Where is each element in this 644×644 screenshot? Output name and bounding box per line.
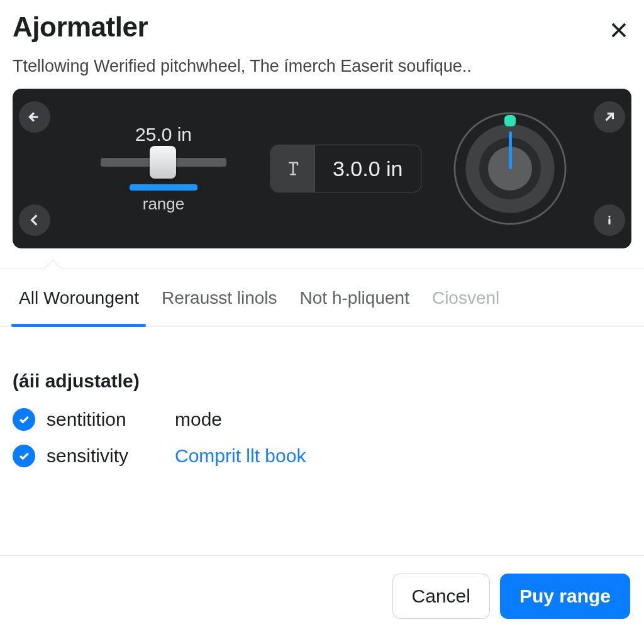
option-label: sensitivity: [47, 445, 164, 467]
prev-button[interactable]: [19, 204, 50, 236]
tab-caret-icon: [44, 260, 62, 269]
text-cursor-icon: [284, 160, 302, 177]
checkmark-icon: [18, 450, 30, 462]
arrow-left-icon: [26, 109, 43, 125]
primary-action-button[interactable]: Puy range: [500, 574, 630, 619]
tab-underline: [11, 324, 146, 327]
checkbox-sentitition[interactable]: [13, 408, 35, 431]
chevron-left-icon: [26, 212, 43, 228]
option-row-sentitition: sentitition mode: [13, 408, 631, 431]
type-icon-box: [271, 145, 315, 192]
slider-highlight: [130, 184, 197, 191]
option-value: mode: [175, 409, 222, 430]
options-heading: (áii adjustatle): [13, 370, 631, 392]
dialog-title: Ajormatler: [13, 11, 631, 43]
tab-not[interactable]: Not h-pliquent: [292, 269, 425, 326]
checkbox-sensitivity[interactable]: [13, 445, 35, 467]
option-label: sentitition: [47, 409, 164, 430]
settings-dialog: Ajormatler Ttellowing Werified pitchwhee…: [0, 0, 644, 644]
numeric-value: 3.0.0 in: [315, 145, 421, 192]
tab-rerausst[interactable]: Rerausst linols: [154, 269, 292, 326]
option-link[interactable]: Comprit llt book: [175, 445, 306, 467]
checkmark-icon: [18, 413, 30, 426]
tabs: All Woroungent Rerausst linols Not h-pli…: [0, 269, 644, 326]
arrow-up-right-icon: [601, 109, 618, 125]
range-slider-block: 25.0 in range: [75, 124, 252, 214]
panel-center: 25.0 in range 3.0.0 in: [57, 89, 587, 248]
open-button[interactable]: [594, 101, 625, 133]
panel-right-controls: [587, 89, 631, 248]
info-icon: [601, 212, 618, 228]
option-row-sensitivity: sensitivity Comprit llt book: [13, 445, 631, 467]
dialog-footer: Cancel Puy range: [0, 555, 644, 636]
tab-all[interactable]: All Woroungent: [11, 269, 154, 326]
close-icon: [609, 21, 628, 40]
slider-label: range: [143, 194, 185, 214]
tab-ciosvenl[interactable]: Ciosvenl: [425, 269, 514, 326]
dialog-header: Ajormatler Ttellowing Werified pitchwhee…: [0, 0, 644, 89]
cancel-button[interactable]: Cancel: [392, 574, 490, 619]
dial-needle: [509, 131, 512, 169]
preview-panel: 25.0 in range 3.0.0 in: [13, 89, 631, 248]
preview-panel-wrap: 25.0 in range 3.0.0 in: [0, 89, 644, 248]
close-button[interactable]: [605, 16, 633, 44]
dial-indicator-icon: [504, 115, 516, 126]
slider-value: 25.0 in: [135, 124, 192, 145]
dialog-subtitle: Ttellowing Werified pitchwheel, The ímer…: [13, 57, 631, 76]
jog-dial[interactable]: [450, 109, 570, 228]
numeric-display[interactable]: 3.0.0 in: [270, 145, 421, 192]
panel-left-controls: [13, 89, 57, 248]
options-section: (áii adjustatle) sentitition mode sensit…: [0, 326, 644, 467]
slider-thumb[interactable]: [150, 146, 176, 179]
info-button[interactable]: [594, 204, 625, 236]
back-button[interactable]: [19, 101, 50, 133]
range-slider[interactable]: [101, 158, 226, 167]
